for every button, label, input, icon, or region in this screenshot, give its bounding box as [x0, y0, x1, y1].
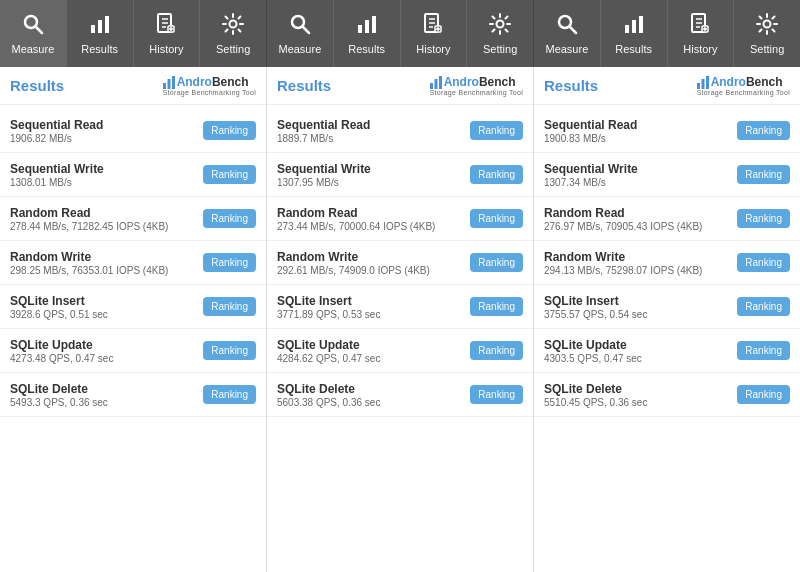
measure1-icon: [22, 13, 44, 39]
ranking-btn-1-4[interactable]: Ranking: [470, 297, 523, 316]
bench-row-0-4: SQLite Insert3928.6 QPS, 0.51 secRanking: [0, 285, 266, 329]
ranking-btn-0-0[interactable]: Ranking: [203, 121, 256, 140]
toolbar-btn-measure2[interactable]: Measure: [267, 0, 334, 67]
bench-row-2-4: SQLite Insert3755.57 QPS, 0.54 secRankin…: [534, 285, 800, 329]
bench-info-2-1: Sequential Write1307.34 MB/s: [544, 162, 737, 188]
ranking-btn-1-0[interactable]: Ranking: [470, 121, 523, 140]
bench-info-0-1: Sequential Write1308.01 MB/s: [10, 162, 203, 188]
bench-value-2-6: 5510.45 QPS, 0.36 sec: [544, 397, 737, 408]
bench-name-2-2: Random Read: [544, 206, 737, 220]
toolbar-btn-setting1[interactable]: Setting: [200, 0, 266, 67]
toolbar-btn-results1[interactable]: Results: [67, 0, 134, 67]
toolbar-btn-history2[interactable]: History: [401, 0, 468, 67]
toolbar-btn-measure3[interactable]: Measure: [534, 0, 601, 67]
bench-name-0-3: Random Write: [10, 250, 203, 264]
ranking-btn-0-6[interactable]: Ranking: [203, 385, 256, 404]
svg-rect-4: [105, 16, 109, 33]
andro-logo-name-0: AndroBench: [177, 75, 249, 89]
bench-value-1-3: 292.61 MB/s, 74909.0 IOPS (4KB): [277, 265, 470, 276]
ranking-btn-0-3[interactable]: Ranking: [203, 253, 256, 272]
setting1-label: Setting: [216, 43, 250, 55]
toolbar-btn-results3[interactable]: Results: [601, 0, 668, 67]
bench-value-1-0: 1889.7 MB/s: [277, 133, 470, 144]
andro-logo-sub-0: Storage Benchmarking Tool: [163, 89, 256, 96]
bench-value-0-3: 298.25 MB/s, 76353.01 IOPS (4KB): [10, 265, 203, 276]
ranking-btn-1-1[interactable]: Ranking: [470, 165, 523, 184]
andro-logo-icon: [430, 75, 442, 89]
ranking-btn-0-5[interactable]: Ranking: [203, 341, 256, 360]
bench-name-0-0: Sequential Read: [10, 118, 203, 132]
ranking-btn-1-2[interactable]: Ranking: [470, 209, 523, 228]
bench-name-1-3: Random Write: [277, 250, 470, 264]
ranking-btn-0-4[interactable]: Ranking: [203, 297, 256, 316]
bench-name-2-1: Sequential Write: [544, 162, 737, 176]
ranking-btn-0-2[interactable]: Ranking: [203, 209, 256, 228]
svg-rect-41: [172, 76, 175, 89]
ranking-btn-2-5[interactable]: Ranking: [737, 341, 790, 360]
bench-value-1-4: 3771.89 QPS, 0.53 sec: [277, 309, 470, 320]
bench-list-2: Sequential Read1900.83 MB/sRankingSequen…: [534, 105, 800, 572]
svg-rect-46: [701, 79, 704, 89]
main-content: Results AndroBenchStorage Benchmarking T…: [0, 67, 800, 572]
history2-icon: [422, 13, 444, 39]
bench-value-1-6: 5603.38 QPS, 0.36 sec: [277, 397, 470, 408]
andro-logo-2: AndroBenchStorage Benchmarking Tool: [697, 75, 790, 96]
bench-value-0-0: 1906.82 MB/s: [10, 133, 203, 144]
bench-name-1-4: SQLite Insert: [277, 294, 470, 308]
ranking-btn-2-6[interactable]: Ranking: [737, 385, 790, 404]
ranking-btn-2-3[interactable]: Ranking: [737, 253, 790, 272]
ranking-btn-2-1[interactable]: Ranking: [737, 165, 790, 184]
results3-label: Results: [615, 43, 652, 55]
bench-info-2-6: SQLite Delete5510.45 QPS, 0.36 sec: [544, 382, 737, 408]
bench-row-1-4: SQLite Insert3771.89 QPS, 0.53 secRankin…: [267, 285, 533, 329]
bench-row-2-3: Random Write294.13 MB/s, 75298.07 IOPS (…: [534, 241, 800, 285]
bench-row-2-6: SQLite Delete5510.45 QPS, 0.36 secRankin…: [534, 373, 800, 417]
toolbar-btn-results2[interactable]: Results: [334, 0, 401, 67]
toolbar-btn-setting2[interactable]: Setting: [467, 0, 533, 67]
bench-value-2-4: 3755.57 QPS, 0.54 sec: [544, 309, 737, 320]
andro-logo-name-2: AndroBench: [711, 75, 783, 89]
setting3-icon: [756, 13, 778, 39]
svg-point-25: [497, 20, 504, 27]
history3-label: History: [683, 43, 717, 55]
results1-label: Results: [81, 43, 118, 55]
ranking-btn-2-2[interactable]: Ranking: [737, 209, 790, 228]
toolbar-btn-history1[interactable]: History: [134, 0, 201, 67]
bench-value-0-5: 4273.48 QPS, 0.47 sec: [10, 353, 203, 364]
results1-icon: [89, 13, 111, 39]
bench-row-0-3: Random Write298.25 MB/s, 76353.01 IOPS (…: [0, 241, 266, 285]
measure3-label: Measure: [545, 43, 588, 55]
panel-header-0: Results AndroBenchStorage Benchmarking T…: [0, 67, 266, 105]
setting3-label: Setting: [750, 43, 784, 55]
history2-label: History: [416, 43, 450, 55]
history1-label: History: [149, 43, 183, 55]
toolbar-btn-measure1[interactable]: Measure: [0, 0, 67, 67]
svg-rect-29: [632, 20, 636, 33]
panel-title-0: Results: [10, 77, 64, 94]
bench-row-0-6: SQLite Delete5493.3 QPS, 0.36 secRanking: [0, 373, 266, 417]
bench-row-1-1: Sequential Write1307.95 MB/sRanking: [267, 153, 533, 197]
toolbar-btn-history3[interactable]: History: [668, 0, 735, 67]
ranking-btn-2-4[interactable]: Ranking: [737, 297, 790, 316]
ranking-btn-1-6[interactable]: Ranking: [470, 385, 523, 404]
bench-info-1-1: Sequential Write1307.95 MB/s: [277, 162, 470, 188]
ranking-btn-2-0[interactable]: Ranking: [737, 121, 790, 140]
toolbar-btn-setting3[interactable]: Setting: [734, 0, 800, 67]
ranking-btn-0-1[interactable]: Ranking: [203, 165, 256, 184]
panel-1: Results AndroBenchStorage Benchmarking T…: [267, 67, 534, 572]
bench-row-0-2: Random Read278.44 MB/s, 71282.45 IOPS (4…: [0, 197, 266, 241]
svg-line-14: [302, 26, 309, 33]
bench-info-0-4: SQLite Insert3928.6 QPS, 0.51 sec: [10, 294, 203, 320]
bench-list-0: Sequential Read1906.82 MB/sRankingSequen…: [0, 105, 266, 572]
bench-value-2-5: 4303.5 QPS, 0.47 sec: [544, 353, 737, 364]
svg-rect-44: [439, 76, 442, 89]
ranking-btn-1-5[interactable]: Ranking: [470, 341, 523, 360]
bench-value-0-6: 5493.3 QPS, 0.36 sec: [10, 397, 203, 408]
ranking-btn-1-3[interactable]: Ranking: [470, 253, 523, 272]
results2-label: Results: [348, 43, 385, 55]
bench-row-1-2: Random Read273.44 MB/s, 70000.64 IOPS (4…: [267, 197, 533, 241]
bench-info-1-6: SQLite Delete5603.38 QPS, 0.36 sec: [277, 382, 470, 408]
bench-info-2-4: SQLite Insert3755.57 QPS, 0.54 sec: [544, 294, 737, 320]
bench-info-1-4: SQLite Insert3771.89 QPS, 0.53 sec: [277, 294, 470, 320]
andro-logo-icon: [697, 75, 709, 89]
